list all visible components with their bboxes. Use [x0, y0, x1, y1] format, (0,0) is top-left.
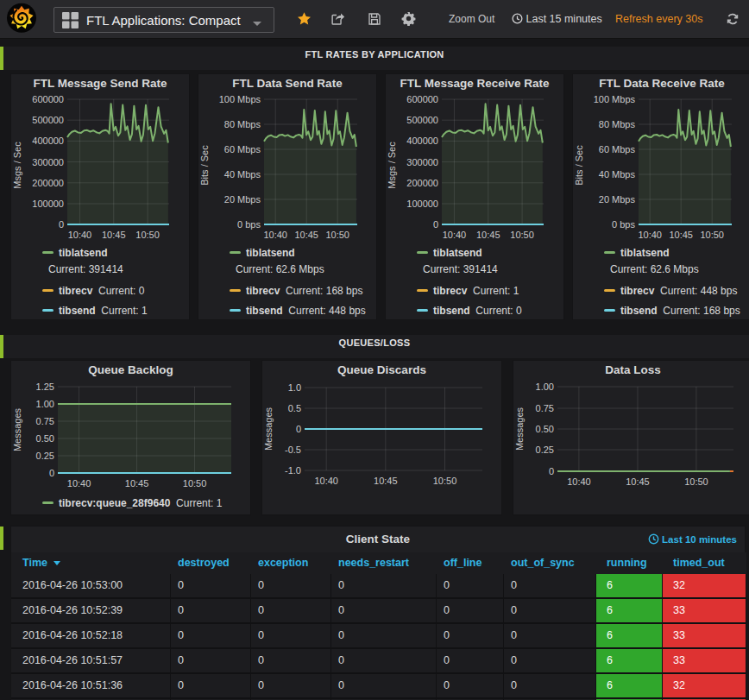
- svg-text:400000: 400000: [406, 136, 438, 146]
- svg-text:10:40: 10:40: [263, 230, 287, 240]
- svg-text:40 Mbps: 40 Mbps: [599, 169, 636, 180]
- svg-text:0: 0: [59, 219, 64, 230]
- svg-text:100 Mbps: 100 Mbps: [219, 94, 261, 104]
- svg-text:500000: 500000: [32, 115, 64, 125]
- svg-text:10:45: 10:45: [102, 230, 126, 240]
- svg-text:0.25: 0.25: [36, 451, 54, 461]
- svg-text:80 Mbps: 80 Mbps: [224, 119, 261, 129]
- svg-text:-1.0: -1.0: [285, 465, 301, 476]
- svg-text:0 bps: 0 bps: [612, 219, 635, 230]
- svg-text:60 Mbps: 60 Mbps: [599, 144, 636, 155]
- svg-text:10:50: 10:50: [135, 230, 160, 240]
- svg-text:0.50: 0.50: [536, 424, 554, 434]
- svg-text:10:45: 10:45: [669, 230, 693, 240]
- svg-text:100 Mbps: 100 Mbps: [594, 94, 636, 104]
- svg-text:100000: 100000: [406, 199, 438, 209]
- svg-text:0: 0: [49, 468, 54, 478]
- svg-text:100000: 100000: [32, 199, 64, 209]
- svg-text:10:40: 10:40: [638, 230, 662, 240]
- svg-text:10:45: 10:45: [374, 476, 398, 486]
- svg-text:10:40: 10:40: [567, 476, 591, 487]
- svg-text:10:40: 10:40: [68, 230, 92, 240]
- svg-text:20 Mbps: 20 Mbps: [224, 194, 261, 205]
- svg-text:0.75: 0.75: [536, 403, 554, 413]
- svg-text:Bits / Sec: Bits / Sec: [574, 145, 584, 186]
- svg-text:10:45: 10:45: [476, 230, 500, 240]
- svg-text:600000: 600000: [406, 94, 438, 104]
- svg-text:10:45: 10:45: [626, 476, 650, 487]
- svg-text:1.25: 1.25: [36, 382, 54, 392]
- svg-text:Msgs / Sec: Msgs / Sec: [387, 142, 397, 189]
- svg-text:300000: 300000: [406, 157, 438, 167]
- svg-text:0: 0: [433, 219, 438, 230]
- svg-text:Messages: Messages: [514, 407, 525, 451]
- svg-text:80 Mbps: 80 Mbps: [599, 119, 636, 129]
- svg-text:10:50: 10:50: [700, 230, 724, 240]
- svg-text:10:40: 10:40: [314, 476, 338, 486]
- svg-text:60 Mbps: 60 Mbps: [224, 144, 261, 155]
- svg-text:0.50: 0.50: [36, 433, 54, 444]
- svg-text:0.75: 0.75: [36, 416, 54, 426]
- svg-text:Messages: Messages: [263, 407, 274, 451]
- svg-text:10:45: 10:45: [294, 230, 318, 240]
- svg-text:0 bps: 0 bps: [237, 219, 261, 230]
- svg-text:10:50: 10:50: [183, 478, 207, 489]
- svg-text:10:50: 10:50: [684, 476, 708, 487]
- svg-text:1.00: 1.00: [36, 399, 54, 409]
- svg-text:600000: 600000: [32, 94, 64, 104]
- svg-text:0.25: 0.25: [536, 445, 554, 455]
- svg-text:0: 0: [549, 466, 554, 476]
- svg-text:10:50: 10:50: [510, 230, 534, 240]
- svg-text:10:50: 10:50: [433, 476, 457, 486]
- svg-text:200000: 200000: [406, 178, 438, 188]
- svg-text:0: 0: [296, 424, 301, 434]
- svg-text:10:50: 10:50: [325, 230, 349, 240]
- svg-text:1.00: 1.00: [536, 382, 554, 392]
- svg-text:500000: 500000: [406, 115, 438, 125]
- svg-text:Bits / Sec: Bits / Sec: [199, 145, 210, 186]
- svg-text:0.5: 0.5: [288, 403, 301, 413]
- svg-text:10:40: 10:40: [67, 478, 91, 489]
- svg-text:1.0: 1.0: [288, 382, 301, 393]
- svg-text:400000: 400000: [32, 136, 64, 146]
- svg-text:200000: 200000: [32, 178, 64, 188]
- svg-text:Msgs / Sec: Msgs / Sec: [12, 142, 22, 189]
- svg-text:10:40: 10:40: [443, 230, 467, 240]
- svg-text:-0.5: -0.5: [285, 445, 301, 455]
- svg-text:40 Mbps: 40 Mbps: [224, 169, 261, 180]
- svg-text:20 Mbps: 20 Mbps: [599, 194, 636, 205]
- svg-text:10:45: 10:45: [125, 478, 149, 489]
- svg-text:Messages: Messages: [12, 407, 22, 451]
- svg-text:300000: 300000: [32, 157, 64, 167]
